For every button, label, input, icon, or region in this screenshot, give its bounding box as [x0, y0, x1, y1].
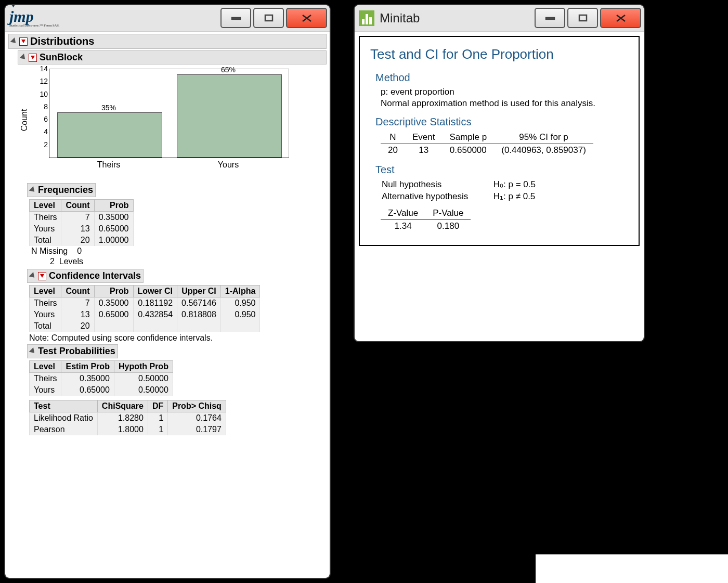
- y-tick: 6: [35, 115, 48, 123]
- ci-header[interactable]: Confidence Intervals: [27, 269, 144, 283]
- x-category-label: Theirs: [97, 160, 120, 170]
- table-row: Theirs70.350000.1811920.5671460.950: [30, 297, 260, 309]
- y-tick: 14: [35, 64, 48, 73]
- col-level: Level: [30, 200, 61, 212]
- minitab-titlebar: Minitab: [355, 5, 644, 32]
- minitab-logo-icon: [359, 10, 374, 26]
- window-controls: [532, 8, 641, 28]
- table-row: 1.34 0.180: [381, 220, 471, 233]
- frequencies-title: Frequencies: [38, 185, 93, 196]
- disclosure-triangle-icon[interactable]: [29, 186, 37, 194]
- bar-percent-label: 65%: [221, 66, 236, 74]
- jmp-logo: ✦jmp Statistical Discovery.™ From SAS.: [9, 9, 59, 28]
- test-heading: Test: [375, 164, 628, 176]
- minitab-app-name: Minitab: [380, 11, 420, 25]
- y-tick: 12: [35, 77, 48, 85]
- svg-rect-3: [579, 15, 587, 21]
- n-missing-row: N Missing0: [31, 246, 327, 256]
- col-count: Count: [61, 286, 94, 297]
- method-line-1: p: event proportion: [381, 87, 628, 97]
- window-controls: [218, 8, 327, 28]
- method-heading: Method: [375, 72, 628, 84]
- jmp-titlebar: ✦jmp Statistical Discovery.™ From SAS.: [5, 5, 330, 32]
- disclosure-triangle-icon[interactable]: [20, 54, 28, 61]
- null-hypothesis-row: Null hypothesis H₀: p = 0.5: [382, 179, 628, 190]
- y-axis-label: Count: [20, 109, 29, 132]
- alt-hypothesis-value: H₁: p ≠ 0.5: [493, 191, 536, 201]
- svg-rect-0: [232, 18, 240, 19]
- y-tick: 2: [35, 140, 48, 149]
- sunblock-title: SunBlock: [40, 52, 83, 63]
- table-header-row: N Event Sample p 95% CI for p: [381, 131, 593, 144]
- bar: [57, 112, 162, 158]
- col-event: Event: [405, 131, 442, 144]
- footer-strip: [536, 554, 728, 583]
- distributions-header[interactable]: Distributions: [8, 34, 327, 49]
- svg-rect-1: [265, 15, 272, 21]
- col-hypoth: Hypoth Prob: [114, 361, 173, 373]
- disclosure-triangle-icon[interactable]: [29, 272, 37, 280]
- bar-percent-label: 35%: [101, 103, 116, 112]
- table-header-row: Level Count Prob: [30, 200, 134, 212]
- bar-chart: Count 2468101214 35%Theirs65%Yours: [29, 69, 327, 173]
- close-button[interactable]: [286, 8, 327, 28]
- tp-header[interactable]: Test Probabilities: [27, 344, 118, 358]
- col-prob: Prob: [94, 200, 133, 212]
- close-button[interactable]: [600, 8, 641, 28]
- y-tick: 8: [35, 102, 48, 111]
- levels-row: 2 Levels: [50, 256, 327, 267]
- table-row: Yours130.650000.4328540.8188080.950: [30, 309, 260, 320]
- col-level: Level: [30, 361, 61, 373]
- red-triangle-menu-icon[interactable]: [19, 37, 28, 46]
- col-n: N: [381, 131, 405, 144]
- table-header-row: Z-Value P-Value: [381, 207, 471, 220]
- jmp-logo-text: jmp: [9, 8, 34, 25]
- table-row: Yours0.650000.50000: [30, 384, 173, 396]
- table-row: Pearson1.800010.1797: [30, 424, 226, 435]
- col-upper: Upper CI: [177, 286, 221, 297]
- col-lower: Lower CI: [133, 286, 177, 297]
- table-header-row: Test ChiSquare DF Prob> Chisq: [30, 400, 226, 412]
- alt-hypothesis-row: Alternative hypothesis H₁: p ≠ 0.5: [382, 191, 628, 202]
- disclosure-triangle-icon[interactable]: [10, 37, 18, 45]
- col-zvalue: Z-Value: [381, 207, 425, 220]
- maximize-button[interactable]: [567, 8, 598, 28]
- minimize-button[interactable]: [535, 8, 565, 28]
- table-row: Yours130.65000: [30, 223, 134, 235]
- col-test: Test: [30, 400, 98, 412]
- minimize-button[interactable]: [220, 8, 251, 28]
- col-alpha: 1-Alpha: [220, 286, 260, 297]
- y-tick: 10: [35, 90, 48, 98]
- svg-rect-2: [546, 18, 554, 19]
- minitab-window: Minitab Test and CI for One Proportion M…: [354, 4, 645, 342]
- col-ci: 95% CI for p: [494, 131, 593, 144]
- descriptive-table: N Event Sample p 95% CI for p 20 13 0.65…: [381, 131, 593, 157]
- col-df: DF: [148, 400, 167, 412]
- maximize-button[interactable]: [253, 8, 284, 28]
- frequencies-header[interactable]: Frequencies: [27, 183, 96, 197]
- col-pchisq: Prob> Chisq: [168, 400, 226, 412]
- col-prob: Prob: [94, 286, 133, 297]
- report-title: Test and CI for One Proportion: [370, 46, 628, 62]
- y-tick: 4: [35, 127, 48, 136]
- table-row: Likelihood Ratio1.828010.1764: [30, 412, 226, 424]
- col-samplep: Sample p: [442, 131, 494, 144]
- tp-title: Test Probabilities: [38, 346, 115, 357]
- null-hypothesis-label: Null hypothesis: [382, 179, 491, 190]
- red-triangle-menu-icon[interactable]: [29, 54, 37, 62]
- sunblock-header[interactable]: SunBlock: [18, 50, 327, 64]
- minitab-title-area: Minitab: [359, 10, 420, 26]
- table-header-row: Level Estim Prob Hypoth Prob: [30, 361, 173, 373]
- ci-title: Confidence Intervals: [49, 270, 141, 281]
- jmp-logo-subtitle: Statistical Discovery.™ From SAS.: [9, 23, 59, 27]
- bar: [177, 74, 282, 158]
- disclosure-triangle-icon[interactable]: [29, 347, 37, 355]
- jmp-body: Distributions SunBlock Count 2468101214 …: [5, 32, 330, 441]
- frequencies-table: Level Count Prob Theirs70.35000 Yours130…: [29, 199, 134, 246]
- red-triangle-menu-icon[interactable]: [38, 272, 46, 280]
- descriptive-heading: Descriptive Statistics: [375, 116, 628, 128]
- col-count: Count: [61, 200, 94, 212]
- ci-table: Level Count Prob Lower CI Upper CI 1-Alp…: [29, 285, 260, 332]
- minitab-body: Test and CI for One Proportion Method p:…: [359, 36, 640, 246]
- col-level: Level: [30, 286, 61, 297]
